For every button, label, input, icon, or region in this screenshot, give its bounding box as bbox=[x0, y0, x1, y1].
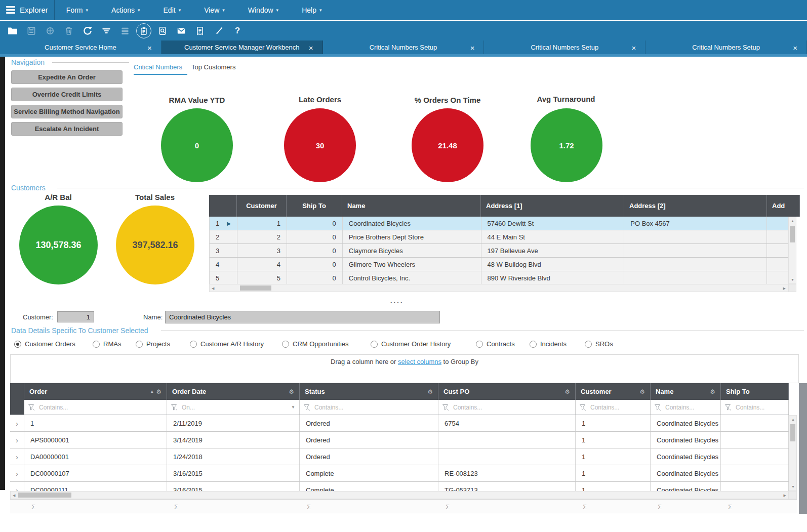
expedite-an-order-button[interactable]: Expedite An Order bbox=[11, 70, 123, 84]
column-header-ship-to[interactable]: Ship To bbox=[287, 195, 342, 217]
radio-sros[interactable]: SROs bbox=[585, 340, 613, 348]
filter-cell-ship-to[interactable] bbox=[721, 400, 789, 415]
help-icon[interactable]: ? bbox=[230, 23, 245, 38]
scroll-left-icon[interactable]: ◀ bbox=[212, 287, 214, 290]
expand-row-icon[interactable]: › bbox=[16, 486, 18, 492]
customers-vertical-scrollbar[interactable]: ▲ ▼ bbox=[788, 217, 796, 284]
scroll-up-icon[interactable]: ▲ bbox=[791, 219, 794, 223]
expand-row-icon[interactable]: › bbox=[16, 469, 18, 478]
order-row-2[interactable]: › APS0000001 3/14/2019 Ordered 1 Coordin… bbox=[10, 432, 789, 448]
customers-horizontal-scrollbar[interactable]: ◀ ▶ bbox=[209, 284, 788, 292]
order-row-4[interactable]: › DC00000107 3/16/2015 Complete RE-00812… bbox=[10, 465, 789, 482]
filter-cell-order-date[interactable]: ▼ bbox=[167, 400, 300, 415]
save-icon[interactable] bbox=[24, 23, 39, 38]
column-settings-gear-icon[interactable]: ⚙ bbox=[427, 388, 433, 395]
scroll-right-icon[interactable]: ▶ bbox=[784, 494, 786, 497]
column-header-cust-po[interactable]: Cust PO⚙ bbox=[438, 383, 576, 400]
panel-splitter-handle[interactable]: ···· bbox=[367, 299, 427, 307]
menu-actions[interactable]: Actions▾ bbox=[100, 0, 151, 20]
radio-customer-orders[interactable]: Customer Orders bbox=[14, 340, 75, 348]
service-billing-method-navigation-button[interactable]: Service Billing Method Navigation bbox=[11, 105, 123, 118]
orders-vertical-scrollbar[interactable]: ▲ ▼ bbox=[789, 415, 797, 491]
customer-row-5[interactable]: 5 5 0 Control Bicycles, Inc. 890 W River… bbox=[210, 271, 788, 284]
close-icon[interactable]: × bbox=[470, 43, 475, 52]
filter-cell-order[interactable] bbox=[24, 400, 167, 415]
column-header-address-2[interactable]: Address [2] bbox=[624, 195, 767, 217]
tab-customer-service-manager-workbench[interactable]: Customer Service Manager Workbench × bbox=[162, 40, 323, 54]
menu-view[interactable]: View▾ bbox=[192, 0, 236, 20]
column-header-ship-to[interactable]: Ship To bbox=[721, 383, 789, 400]
orders-horizontal-scrollbar[interactable]: ◀ ▶ bbox=[10, 491, 789, 499]
column-header-customer[interactable]: Customer bbox=[237, 195, 287, 217]
expand-row-icon[interactable]: › bbox=[16, 453, 18, 461]
customer-row-4[interactable]: 4 4 0 Gilmore Two Wheelers 48 W Bulldog … bbox=[210, 258, 788, 271]
radio-incidents[interactable]: Incidents bbox=[530, 340, 567, 348]
customer-row-2[interactable]: 2 2 0 Price Brothers Dept Store 44 E Mai… bbox=[210, 230, 788, 244]
tab-critical-numbers-setup-1[interactable]: Critical Numbers Setup × bbox=[323, 40, 485, 54]
override-credit-limits-button[interactable]: Override Credit Limits bbox=[11, 88, 123, 101]
group-by-drop-zone[interactable]: Drag a column here or select columns to … bbox=[10, 354, 799, 383]
scrollbar-thumb[interactable] bbox=[240, 285, 271, 291]
scroll-left-icon[interactable]: ◀ bbox=[13, 494, 15, 497]
column-settings-gear-icon[interactable]: ⚙ bbox=[564, 388, 570, 395]
escalate-an-incident-button[interactable]: Escalate An Incident bbox=[11, 122, 123, 136]
scrollbar-thumb[interactable] bbox=[790, 424, 795, 441]
filter-dropdown-caret-icon[interactable]: ▼ bbox=[291, 405, 295, 410]
filter-funnel-icon[interactable] bbox=[171, 404, 178, 411]
filter-funnel-icon[interactable] bbox=[725, 404, 732, 411]
document-search-icon[interactable] bbox=[155, 23, 170, 38]
column-header-status[interactable]: Status⚙ bbox=[300, 383, 438, 400]
order-row-3[interactable]: › DA00000001 1/24/2018 Ordered 1 Coordin… bbox=[10, 448, 789, 465]
open-folder-icon[interactable] bbox=[5, 23, 20, 38]
column-header-address-3[interactable]: Add bbox=[767, 195, 800, 217]
tab-top-customers[interactable]: Top Customers bbox=[191, 63, 235, 71]
expand-row-icon[interactable]: › bbox=[16, 419, 18, 428]
radio-projects[interactable]: Projects bbox=[136, 340, 170, 348]
customer-row-1[interactable]: 1▶ 1 0 Coordinated Bicycles 57460 Dewitt… bbox=[210, 217, 788, 230]
filter-ship-to-input[interactable] bbox=[735, 403, 784, 412]
tab-customer-service-home[interactable]: Customer Service Home × bbox=[0, 40, 162, 54]
menu-edit[interactable]: Edit▾ bbox=[152, 0, 193, 20]
filter-name-input[interactable] bbox=[664, 403, 716, 412]
filter-icon[interactable] bbox=[99, 23, 114, 38]
mail-icon[interactable] bbox=[174, 23, 189, 38]
workbench-clipboard-icon[interactable] bbox=[136, 23, 151, 38]
filter-funnel-icon[interactable] bbox=[304, 404, 310, 411]
scrollbar-thumb[interactable] bbox=[18, 493, 71, 498]
filter-cell-cust-po[interactable] bbox=[438, 400, 576, 415]
select-columns-link[interactable]: select columns bbox=[398, 358, 441, 365]
expand-row-icon[interactable]: › bbox=[16, 436, 18, 444]
close-icon[interactable]: × bbox=[631, 43, 636, 52]
radio-crm-opportunities[interactable]: CRM Opportunities bbox=[282, 340, 349, 348]
filter-cell-customer[interactable] bbox=[576, 400, 651, 415]
hamburger-menu-icon[interactable] bbox=[6, 6, 15, 14]
filter-funnel-icon[interactable] bbox=[28, 404, 35, 411]
column-settings-gear-icon[interactable]: ⚙ bbox=[639, 388, 645, 395]
filter-funnel-icon[interactable] bbox=[655, 404, 661, 411]
refresh-icon[interactable] bbox=[80, 23, 95, 38]
close-icon[interactable]: × bbox=[309, 43, 313, 52]
tab-critical-numbers[interactable]: Critical Numbers bbox=[134, 63, 182, 71]
delete-trash-icon[interactable] bbox=[61, 23, 76, 38]
order-row-1[interactable]: › 1 2/11/2019 Ordered 6754 1 Coordinated… bbox=[10, 415, 789, 432]
scrollbar-thumb[interactable] bbox=[790, 226, 795, 242]
column-header-name[interactable]: Name⚙ bbox=[651, 383, 721, 400]
scroll-right-icon[interactable]: ▶ bbox=[783, 287, 786, 290]
order-row-5[interactable]: › DC00000111 3/16/2015 Complete TG-05371… bbox=[10, 482, 789, 491]
column-settings-gear-icon[interactable]: ⚙ bbox=[156, 388, 162, 395]
radio-contracts[interactable]: Contracts bbox=[476, 340, 515, 348]
scroll-up-icon[interactable]: ▲ bbox=[791, 418, 795, 421]
filter-order-date-input[interactable] bbox=[181, 403, 295, 412]
close-icon[interactable]: × bbox=[793, 43, 797, 52]
column-settings-gear-icon[interactable]: ⚙ bbox=[289, 388, 294, 395]
filter-order-input[interactable] bbox=[38, 403, 163, 412]
close-icon[interactable]: × bbox=[147, 43, 152, 52]
filter-cell-status[interactable] bbox=[300, 400, 438, 415]
target-icon[interactable] bbox=[43, 23, 58, 38]
customer-field[interactable] bbox=[57, 311, 94, 322]
brush-icon[interactable] bbox=[211, 23, 226, 38]
radio-customer-ar-history[interactable]: Customer A/R History bbox=[190, 340, 264, 348]
explorer-menu[interactable]: Explorer bbox=[20, 6, 48, 14]
filter-cust-po-input[interactable] bbox=[452, 403, 571, 412]
column-settings-gear-icon[interactable]: ⚙ bbox=[710, 388, 715, 395]
